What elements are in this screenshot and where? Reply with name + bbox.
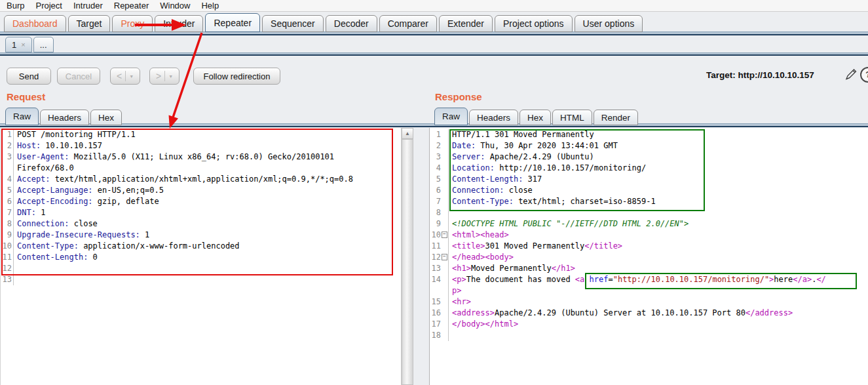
line-number-gutter: 5 — [1, 185, 14, 196]
line-number-gutter: 12 — [1, 263, 14, 274]
help-icon[interactable]: ? — [860, 67, 868, 84]
code-line: 3Server: Apache/2.4.29 (Ubuntu) — [430, 152, 868, 163]
line-number — [430, 285, 441, 296]
response-editor[interactable]: 1HTTP/1.1 301 Moved Permanently2Date: Th… — [429, 128, 868, 385]
chevron-down-icon[interactable]: ▼ — [129, 74, 134, 79]
request-scrollbar[interactable]: ▲ — [401, 128, 413, 385]
response-view-tab-hex[interactable]: Hex — [519, 110, 551, 125]
fold-slot — [441, 241, 447, 252]
response-view-tab-html[interactable]: HTML — [552, 110, 592, 125]
response-view-tab-raw[interactable]: Raw — [434, 108, 468, 125]
code-line: 12−</head><body> — [430, 252, 868, 263]
close-tab-icon[interactable]: × — [21, 41, 25, 49]
code-line: 13 — [1, 274, 401, 285]
menu-item-repeater[interactable]: Repeater — [114, 1, 149, 10]
line-number: 17 — [430, 319, 441, 330]
target-url-label: Target: http://10.10.10.157 — [706, 70, 814, 80]
main-tab-sequencer[interactable]: Sequencer — [262, 15, 324, 32]
line-number-gutter: 6 — [1, 196, 14, 207]
code-text: HTTP/1.1 301 Moved Permanently — [449, 129, 594, 140]
code-text: Accept-Encoding: gzip, deflate — [14, 196, 159, 207]
fold-slot — [441, 163, 447, 174]
response-panel-title: Response — [435, 91, 482, 102]
menu-item-burp[interactable]: Burp — [7, 1, 24, 10]
code-text: <p>The document has moved <a href="http:… — [449, 274, 826, 285]
line-number: 6 — [430, 185, 441, 196]
main-tab-project-options[interactable]: Project options — [495, 15, 573, 32]
fold-slot — [441, 330, 447, 341]
repeater-tab-1[interactable]: 1× — [5, 37, 32, 52]
menu-item-window[interactable]: Window — [160, 1, 190, 10]
code-text: <hr> — [449, 296, 471, 308]
line-number-gutter: 2 — [1, 140, 14, 152]
line-number-gutter: 14 — [430, 274, 449, 285]
request-view-tab-raw[interactable]: Raw — [5, 108, 39, 125]
code-line: 10Content-Type: application/x-www-form-u… — [1, 241, 401, 252]
line-number-gutter: 5 — [430, 174, 449, 185]
request-editor[interactable]: 1POST /monitoring HTTP/1.12Host: 10.10.1… — [0, 128, 401, 385]
response-view-tab-render[interactable]: Render — [594, 110, 638, 125]
request-view-tab-headers[interactable]: Headers — [40, 110, 89, 125]
line-number-gutter: 13 — [430, 263, 449, 274]
line-number-gutter: 3 — [430, 152, 449, 163]
line-number: 7 — [430, 196, 441, 207]
edit-target-pencil-icon[interactable] — [844, 68, 858, 84]
line-number-gutter: 18 — [430, 330, 449, 341]
scroll-up-icon[interactable]: ▲ — [402, 128, 413, 139]
fold-collapse-icon[interactable]: − — [442, 232, 447, 238]
main-tab-repeater[interactable]: Repeater — [205, 13, 260, 32]
fold-collapse-icon[interactable]: − — [442, 254, 447, 260]
main-tab-intruder[interactable]: Intruder — [155, 15, 203, 32]
scrollbar-thumb[interactable] — [402, 139, 413, 385]
request-view-tab-hex[interactable]: Hex — [90, 110, 122, 125]
menu-item-help[interactable]: Help — [201, 1, 219, 10]
main-tab-dashboard[interactable]: Dashboard — [4, 15, 66, 32]
code-text: <h1>Moved Permanently</h1> — [449, 263, 575, 274]
menu-item-intruder[interactable]: Intruder — [73, 1, 103, 10]
line-number-gutter — [430, 285, 449, 296]
code-line: 16<address>Apache/2.4.29 (Ubuntu) Server… — [430, 308, 868, 319]
main-tab-user-options[interactable]: User options — [575, 15, 643, 32]
line-number-gutter: 3 — [1, 152, 14, 163]
main-tab-extender[interactable]: Extender — [439, 15, 493, 32]
code-text: Host: 10.10.10.157 — [14, 140, 102, 152]
code-line: 13<h1>Moved Permanently</h1> — [430, 263, 868, 274]
line-number-gutter: 1 — [430, 129, 449, 140]
previous-request-button[interactable]: < ▼ — [110, 68, 140, 85]
line-number: 12 — [430, 252, 441, 263]
line-number: 6 — [7, 196, 12, 207]
chevron-down-icon[interactable]: ▼ — [168, 74, 173, 79]
next-request-button[interactable]: > ▼ — [149, 68, 179, 85]
code-line: p> — [430, 285, 868, 296]
main-tab-decoder[interactable]: Decoder — [326, 15, 377, 32]
repeater-tab-[interactable]: ... — [33, 37, 54, 52]
repeater-tab-label: ... — [40, 40, 47, 50]
code-text: p> — [449, 285, 461, 296]
code-line: 4Location: http://10.10.10.157/monitorin… — [430, 163, 868, 174]
menu-item-project[interactable]: Project — [35, 1, 62, 10]
line-number: 3 — [430, 152, 441, 163]
line-number: 18 — [430, 330, 441, 341]
line-number: 2 — [430, 140, 441, 152]
line-number-gutter: 2 — [430, 140, 449, 152]
line-number: 9 — [430, 218, 441, 230]
main-tab-target[interactable]: Target — [68, 15, 111, 32]
code-text: <title>301 Moved Permanently</title> — [449, 241, 622, 252]
code-line: 18 — [430, 330, 868, 341]
response-view-tab-headers[interactable]: Headers — [469, 110, 518, 125]
main-tab-bar: DashboardTargetProxyIntruderRepeaterSequ… — [0, 12, 868, 32]
code-text — [449, 330, 452, 341]
code-text: User-Agent: Mozilla/5.0 (X11; Linux x86_… — [14, 152, 334, 163]
code-text: </body></html> — [449, 319, 518, 330]
send-button[interactable]: Send — [7, 68, 51, 85]
follow-redirection-button[interactable]: Follow redirection — [193, 68, 280, 85]
cancel-button[interactable]: Cancel — [57, 68, 100, 85]
main-tab-comparer[interactable]: Comparer — [379, 15, 437, 32]
code-line: 9<!DOCTYPE HTML PUBLIC "-//IETF//DTD HTM… — [430, 218, 868, 230]
code-line: 11<title>301 Moved Permanently</title> — [430, 241, 868, 252]
split-button-divider — [164, 71, 165, 81]
main-tab-proxy[interactable]: Proxy — [112, 15, 153, 32]
line-number-gutter: 12− — [430, 252, 449, 263]
fold-slot — [441, 296, 447, 308]
response-view-tabs: RawHeadersHexHTMLRender — [434, 109, 638, 125]
